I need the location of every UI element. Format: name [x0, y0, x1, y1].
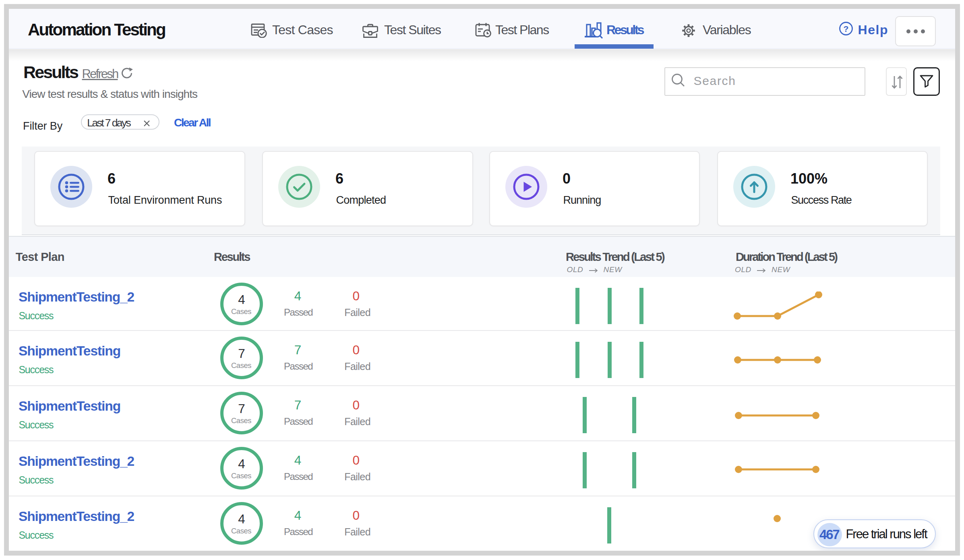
svg-text:?: ?: [844, 24, 849, 33]
